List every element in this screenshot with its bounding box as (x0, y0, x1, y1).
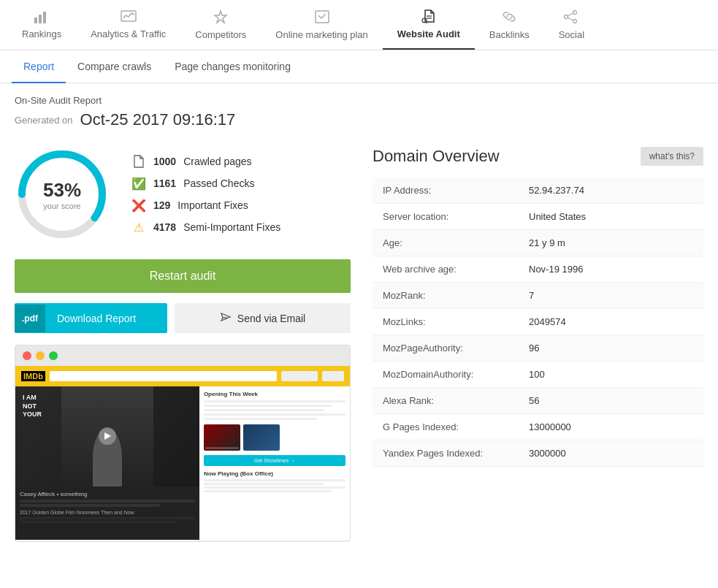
svg-line-13 (568, 18, 573, 20)
subnav-compare-crawls[interactable]: Compare crawls (66, 50, 163, 83)
report-datetime: Oct-25 2017 09:16:17 (80, 110, 236, 129)
dot-green (49, 351, 58, 360)
svg-rect-2 (43, 12, 46, 23)
marketing-icon (314, 9, 330, 26)
domain-row-value: 96 (519, 335, 703, 362)
stat-important: ❌ 129 Important Fixes (131, 198, 280, 213)
stat-crawled: 1000 Crawled pages (131, 154, 280, 169)
domain-header: Domain Overview what's this? (373, 147, 703, 166)
passed-label: Passed Checks (183, 177, 254, 189)
domain-row-label: MozPageAuthority: (373, 335, 519, 362)
download-report-button[interactable]: .pdf Download Report (15, 303, 167, 333)
page-content: On-Site Audit Report Generated on Oct-25… (0, 83, 718, 554)
svg-rect-1 (39, 15, 42, 23)
dot-red (23, 351, 31, 360)
stat-passed: ✅ 1161 Passed Checks (131, 176, 280, 191)
email-label: Send via Email (237, 313, 305, 324)
semi-icon: ⚠ (131, 220, 146, 234)
nav-audit-label: Website Audit (397, 28, 460, 39)
domain-row-label: G Pages Indexed: (373, 414, 519, 440)
domain-row-value: Nov-19 1996 (519, 256, 703, 283)
generated-on: Generated on Oct-25 2017 09:16:17 (15, 110, 703, 129)
action-buttons: .pdf Download Report Send via Email (15, 303, 351, 333)
generated-label: Generated on (15, 115, 73, 126)
svg-point-9 (573, 11, 577, 15)
svg-rect-0 (34, 18, 37, 23)
nav-rankings-label: Rankings (22, 28, 61, 39)
gauge-text: 53% your score (43, 179, 81, 210)
nav-rankings[interactable]: Rankings (7, 1, 76, 48)
download-label: Download Report (45, 304, 148, 333)
domain-row-label: Age: (373, 230, 519, 256)
domain-table-row: G Pages Indexed: 13000000 (373, 414, 703, 440)
crawled-label: Crawled pages (183, 156, 251, 167)
domain-row-label: Yandex Pages Indexed: (373, 440, 519, 467)
page-icon (131, 154, 146, 169)
gauge-label: your score (43, 202, 81, 210)
left-panel: 53% your score 1000 Craw (15, 147, 351, 542)
important-label: Important Fixes (177, 199, 248, 211)
important-icon: ❌ (131, 198, 146, 213)
dot-yellow (36, 351, 45, 360)
crawled-value: 1000 (153, 156, 176, 167)
send-email-button[interactable]: Send via Email (175, 303, 351, 333)
domain-table-row: MozPageAuthority: 96 (373, 335, 703, 362)
score-gauge: 53% your score (15, 147, 110, 242)
gauge-percent: 53% (43, 179, 81, 202)
svg-point-7 (422, 18, 427, 23)
svg-point-10 (565, 15, 568, 19)
domain-row-label: MozRank: (373, 283, 519, 309)
nav-backlinks[interactable]: Backlinks (475, 1, 544, 49)
domain-table-row: MozRank: 7 (373, 283, 703, 309)
main-layout: 53% your score 1000 Craw (15, 147, 703, 542)
domain-row-label: Web archive age: (373, 256, 519, 283)
domain-table: IP Address: 52.94.237.74 Server location… (373, 177, 703, 467)
nav-website-audit[interactable]: Website Audit (383, 0, 475, 50)
semi-label: Semi-Important Fixes (183, 221, 280, 233)
nav-online-marketing[interactable]: Online marketing plan (261, 1, 382, 49)
nav-marketing-label: Online marketing plan (275, 29, 367, 40)
domain-row-value: 7 (519, 283, 703, 309)
nav-competitors-label: Competitors (195, 29, 246, 40)
domain-title: Domain Overview (373, 147, 500, 166)
svg-line-12 (568, 13, 573, 16)
domain-row-value: 52.94.237.74 (519, 177, 703, 204)
domain-row-value: 21 y 9 m (519, 230, 703, 256)
nav-analytics-label: Analytics & Traffic (91, 28, 166, 39)
domain-row-label: IP Address: (373, 177, 519, 204)
subnav-page-changes[interactable]: Page changes monitoring (163, 50, 302, 83)
domain-row-label: Server location: (373, 204, 519, 230)
analytics-icon (121, 10, 137, 26)
important-value: 129 (153, 199, 170, 211)
score-area: 53% your score 1000 Craw (15, 147, 351, 242)
domain-row-label: Alexa Rank: (373, 388, 519, 414)
subnav-report[interactable]: Report (12, 50, 66, 83)
nav-social[interactable]: Social (544, 1, 599, 49)
right-panel: Domain Overview what's this? IP Address:… (373, 147, 703, 542)
restart-button[interactable]: Restart audit (15, 259, 351, 293)
domain-table-row: IP Address: 52.94.237.74 (373, 177, 703, 204)
domain-row-value: 3000000 (519, 440, 703, 467)
preview-titlebar (15, 345, 350, 366)
report-title: On-Site Audit Report (15, 95, 703, 106)
domain-table-row: MozDomainAuthority: 100 (373, 362, 703, 388)
domain-row-value: 56 (519, 388, 703, 414)
stats-list: 1000 Crawled pages ✅ 1161 Passed Checks … (131, 154, 280, 234)
website-preview: IMDb (15, 345, 351, 542)
top-navigation: Rankings Analytics & Traffic Competitors… (0, 0, 718, 50)
nav-analytics-traffic[interactable]: Analytics & Traffic (76, 1, 180, 48)
domain-table-row: Web archive age: Nov-19 1996 (373, 256, 703, 283)
nav-competitors[interactable]: Competitors (180, 1, 261, 49)
sub-navigation: Report Compare crawls Page changes monit… (0, 50, 718, 83)
domain-overview: Domain Overview what's this? IP Address:… (373, 147, 703, 467)
passed-value: 1161 (153, 177, 176, 189)
pdf-badge: .pdf (15, 305, 45, 332)
domain-table-row: Server location: United States (373, 204, 703, 230)
preview-body: IMDb (15, 366, 350, 540)
competitors-icon (213, 9, 229, 26)
email-icon (220, 312, 232, 324)
domain-table-row: MozLinks: 2049574 (373, 309, 703, 335)
domain-row-label: MozDomainAuthority: (373, 362, 519, 388)
whats-this-button[interactable]: what's this? (641, 147, 703, 166)
nav-backlinks-label: Backlinks (489, 29, 530, 40)
